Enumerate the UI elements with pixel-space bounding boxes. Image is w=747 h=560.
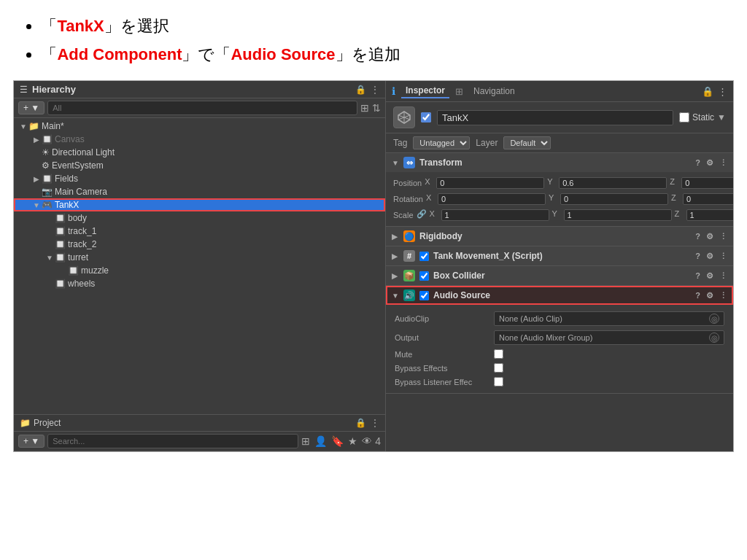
bypass-listener-checkbox[interactable] bbox=[494, 377, 503, 386]
tankx-ref: TankX bbox=[57, 17, 104, 35]
tree-item-body[interactable]: 🔲 body bbox=[14, 211, 385, 225]
rigidbody-settings-icon[interactable]: ⚙ bbox=[706, 232, 713, 241]
project-more-icon[interactable]: ⋮ bbox=[371, 418, 379, 428]
tree-item-main-camera[interactable]: 📷 Main Camera bbox=[14, 185, 385, 198]
output-pick-button[interactable]: ◎ bbox=[709, 332, 719, 343]
audio-source-ref: Audio Source bbox=[231, 45, 335, 63]
tree-item-track1[interactable]: 🔲 track_1 bbox=[14, 225, 385, 238]
object-name-input[interactable] bbox=[437, 110, 673, 125]
position-row: Position X Y Z bbox=[393, 175, 726, 191]
audioclip-pick-button[interactable]: ◎ bbox=[709, 314, 719, 324]
static-checkbox[interactable] bbox=[679, 112, 689, 122]
scale-x-input[interactable] bbox=[441, 209, 549, 221]
project-eye-icon[interactable]: 👁 4 bbox=[362, 435, 381, 447]
tree-item-main[interactable]: ▼ 📁 Main* bbox=[14, 120, 385, 133]
tree-item-track2[interactable]: 🔲 track_2 bbox=[14, 238, 385, 251]
left-panel: ☰ Hierarchy 🔒 ⋮ + ▼ ⊞ ⇅ ▼ 📁 Main* ▶ bbox=[14, 81, 386, 451]
tab-inspector[interactable]: Inspector bbox=[401, 84, 449, 98]
hierarchy-sort-icon[interactable]: ⇅ bbox=[372, 102, 381, 114]
project-title: Project bbox=[34, 418, 61, 428]
rigidbody-more-icon[interactable]: ⋮ bbox=[719, 232, 727, 241]
project-grid-icon[interactable]: ⊞ bbox=[301, 435, 310, 447]
inspector-panel: ℹ Inspector ⊞ Navigation 🔒 ⋮ bbox=[386, 81, 733, 451]
mute-row: Mute bbox=[395, 347, 724, 361]
inspector-lock-icon[interactable]: 🔒 bbox=[702, 86, 713, 97]
tab-navigation[interactable]: Navigation bbox=[469, 85, 519, 98]
tree-item-eventsystem[interactable]: ⚙ EventSystem bbox=[14, 159, 385, 172]
rigidbody-help-icon[interactable]: ? bbox=[695, 232, 700, 241]
project-search-input[interactable] bbox=[47, 434, 298, 448]
box-collider-header[interactable]: ▶ 📦 Box Collider ? ⚙ ⋮ bbox=[386, 266, 733, 285]
audio-source-more-icon[interactable]: ⋮ bbox=[719, 291, 727, 300]
hierarchy-add-button[interactable]: + ▼ bbox=[18, 101, 44, 114]
mute-checkbox[interactable] bbox=[494, 349, 503, 359]
box-collider-icon: 📦 bbox=[403, 270, 415, 281]
tank-movement-header[interactable]: ▶ # Tank Movement_X (Script) ? ⚙ ⋮ bbox=[386, 246, 733, 265]
rotation-label: Rotation bbox=[393, 195, 423, 203]
hierarchy-search-input[interactable] bbox=[47, 101, 357, 115]
position-z-input[interactable] bbox=[681, 177, 733, 189]
transform-more-icon[interactable]: ⋮ bbox=[719, 158, 727, 168]
hierarchy-filter-icon[interactable]: ⊞ bbox=[360, 102, 369, 114]
tree-item-canvas[interactable]: ▶ 🔲 Canvas bbox=[14, 133, 385, 146]
add-component-ref: Add Component bbox=[57, 45, 182, 63]
project-panel-icons: 🔒 ⋮ bbox=[355, 418, 379, 428]
transform-settings-icon[interactable]: ⚙ bbox=[706, 158, 713, 168]
project-panel: 📁 Project 🔒 ⋮ + ▼ ⊞ 👤 🔖 ★ 👁 4 bbox=[14, 414, 385, 451]
tree-item-turret[interactable]: ▼ 🔲 turret bbox=[14, 251, 385, 264]
turret-arrow: ▼ bbox=[44, 254, 55, 262]
box-collider-checkbox[interactable] bbox=[419, 271, 429, 281]
tree-item-muzzle[interactable]: 🔲 muzzle bbox=[14, 264, 385, 277]
audio-source-settings-icon[interactable]: ⚙ bbox=[706, 291, 713, 300]
bypass-effects-checkbox[interactable] bbox=[494, 363, 503, 373]
body-label: body bbox=[68, 213, 87, 223]
tree-item-wheels[interactable]: 🔲 wheels bbox=[14, 277, 385, 290]
transform-help-icon[interactable]: ? bbox=[695, 158, 700, 168]
audio-source-header[interactable]: ▼ 🔊 Audio Source ? ⚙ ⋮ bbox=[386, 286, 733, 305]
hierarchy-toolbar: + ▼ ⊞ ⇅ bbox=[14, 98, 385, 118]
tank-movement-more-icon[interactable]: ⋮ bbox=[719, 252, 727, 261]
position-axes: X Y Z bbox=[425, 177, 733, 189]
static-dropdown-arrow[interactable]: ▼ bbox=[717, 112, 726, 122]
lock-icon[interactable]: 🔒 bbox=[355, 85, 366, 95]
tag-dropdown[interactable]: Untagged bbox=[413, 136, 470, 149]
audio-source-checkbox[interactable] bbox=[419, 291, 429, 300]
rotation-z-input[interactable] bbox=[683, 193, 733, 205]
tank-movement-arrow: ▶ bbox=[392, 252, 399, 260]
position-label: Position bbox=[393, 179, 422, 187]
rotation-x-input[interactable] bbox=[438, 193, 546, 205]
more-icon[interactable]: ⋮ bbox=[371, 85, 379, 95]
project-star-icon[interactable]: ★ bbox=[348, 435, 357, 447]
box-collider-more-icon[interactable]: ⋮ bbox=[719, 271, 727, 281]
scale-z-input[interactable] bbox=[686, 209, 733, 221]
project-lock-icon[interactable]: 🔒 bbox=[355, 418, 366, 428]
tree-item-tankx[interactable]: ▼ 🎮 TankX bbox=[14, 198, 385, 211]
object-active-checkbox[interactable] bbox=[421, 112, 431, 122]
tank-movement-checkbox[interactable] bbox=[419, 252, 429, 261]
inspector-more-icon[interactable]: ⋮ bbox=[718, 86, 727, 97]
tank-movement-settings-icon[interactable]: ⚙ bbox=[706, 252, 713, 261]
transform-header[interactable]: ▼ ⇔ Transform ? ⚙ ⋮ bbox=[386, 153, 733, 172]
rotation-y-input[interactable] bbox=[560, 193, 668, 205]
rot-x-label: X bbox=[426, 193, 435, 205]
bypass-effects-row: Bypass Effects bbox=[395, 361, 724, 375]
project-tag-icon[interactable]: 🔖 bbox=[331, 435, 344, 447]
project-person-icon[interactable]: 👤 bbox=[314, 435, 327, 447]
tree-item-fields[interactable]: ▶ 🔲 Fields bbox=[14, 172, 385, 185]
rigidbody-header[interactable]: ▶ 🔵 Rigidbody ? ⚙ ⋮ bbox=[386, 227, 733, 246]
tree-item-directional-light[interactable]: ☀ Directional Light bbox=[14, 146, 385, 159]
project-add-button[interactable]: + ▼ bbox=[18, 435, 44, 448]
canvas-icon: 🔲 bbox=[42, 134, 53, 144]
tankx-icon: 🎮 bbox=[42, 200, 53, 210]
audio-source-section: ▼ 🔊 Audio Source ? ⚙ ⋮ AudioClip None (A… bbox=[386, 286, 733, 394]
box-collider-settings-icon[interactable]: ⚙ bbox=[706, 271, 713, 281]
track1-label: track_1 bbox=[68, 226, 96, 236]
box-collider-help-icon[interactable]: ? bbox=[695, 271, 700, 281]
tank-movement-help-icon[interactable]: ? bbox=[695, 252, 700, 261]
layer-dropdown[interactable]: Default bbox=[503, 136, 551, 149]
audio-source-help-icon[interactable]: ? bbox=[695, 291, 700, 300]
position-y-input[interactable] bbox=[559, 177, 667, 189]
position-x-input[interactable] bbox=[436, 177, 544, 189]
scale-lock-icon[interactable]: 🔗 bbox=[417, 209, 427, 221]
scale-y-input[interactable] bbox=[564, 209, 672, 221]
